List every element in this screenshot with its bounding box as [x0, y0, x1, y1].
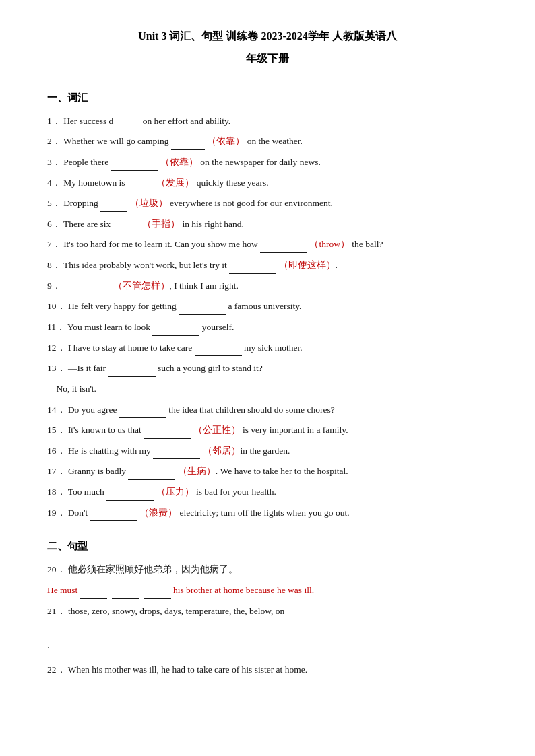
q13-num: 13．	[47, 363, 66, 373]
q18-hint: （压力）	[156, 487, 194, 497]
question-16: 16． He is chatting with my （邻居）in the ga…	[47, 442, 488, 460]
q10-blank[interactable]	[179, 304, 226, 315]
q7-text-before: It's too hard for me to learn it. Can yo…	[63, 239, 260, 249]
q6-blank[interactable]	[113, 221, 140, 232]
q8-hint: （即使这样）	[279, 260, 336, 270]
q4-blank[interactable]	[127, 180, 154, 191]
question-4: 4． My hometown is （发展） quickly these yea…	[47, 174, 488, 192]
question-7: 7． It's too hard for me to learn it. Can…	[47, 236, 488, 253]
q11-blank[interactable]	[152, 325, 199, 336]
question-13b: —No, it isn't.	[47, 380, 488, 398]
question-15: 15． It's known to us that （公正性） is very …	[47, 421, 488, 439]
q21-period: .	[47, 640, 50, 650]
q5-text-after: everywhere is not good for our environme…	[168, 198, 333, 208]
q18-text-after: is bad for your health.	[194, 487, 276, 497]
q19-text-before: Don't	[68, 508, 90, 518]
q4-text-after: quickly these years.	[194, 178, 268, 188]
q16-num: 16．	[47, 446, 66, 456]
q11-text-after: yourself.	[199, 322, 234, 332]
q1-num: 1．	[47, 116, 61, 126]
q4-num: 4．	[47, 178, 61, 188]
question-20-answer: He must his brother at home because he w…	[47, 582, 488, 599]
title-line1: Unit 3 词汇、句型 训练卷 2023-2024学年 人教版英语八	[47, 27, 488, 46]
q17-blank[interactable]	[128, 469, 175, 480]
q8-text-before: This idea probably won't work, but let's…	[63, 260, 229, 270]
q4-hint: （发展）	[156, 178, 194, 188]
q20-blank3[interactable]	[144, 588, 171, 599]
question-12: 12． I have to stay at home to take care …	[47, 339, 488, 357]
q16-text-after: in the garden.	[241, 446, 290, 456]
question-17: 17． Granny is badly （生病）. We have to tak…	[47, 462, 488, 480]
q9-num: 9．	[47, 281, 61, 291]
q12-text-before: I have to stay at home to take care	[68, 343, 195, 353]
section-vocab-title: 一、词汇	[47, 89, 488, 107]
q21-answer-line[interactable]	[47, 623, 236, 635]
q3-hint: （依靠）	[160, 157, 198, 167]
q21-text: those, zero, snowy, drops, days, tempera…	[68, 606, 284, 616]
q15-blank[interactable]	[144, 428, 191, 439]
q1-blank[interactable]	[113, 118, 140, 129]
q19-num: 19．	[47, 508, 66, 518]
q9-hint: （不管怎样）	[113, 281, 170, 291]
q16-text-before: He is chatting with my	[68, 446, 153, 456]
q5-blank[interactable]	[100, 201, 127, 212]
question-18: 18． Too much （压力） is bad for your health…	[47, 483, 488, 501]
question-8: 8． This idea probably won't work, but le…	[47, 256, 488, 274]
q3-blank[interactable]	[111, 160, 158, 171]
q10-text-before: He felt very happy for getting	[68, 301, 179, 311]
section-sentence-title: 二、句型	[47, 537, 488, 555]
q20-blank1[interactable]	[80, 588, 107, 599]
q18-num: 18．	[47, 487, 66, 497]
question-2: 2． Whether we will go camping （依靠） on th…	[47, 133, 488, 150]
q6-hint: （手指）	[142, 219, 180, 229]
q8-num: 8．	[47, 260, 61, 270]
q19-blank[interactable]	[90, 510, 137, 521]
q15-num: 15．	[47, 425, 66, 435]
q17-text-after: . We have to take her to the hospital.	[216, 466, 348, 476]
q21-num: 21．	[47, 606, 66, 616]
q13-text-before: —Is it fair	[68, 363, 108, 373]
question-22: 22． When his mother was ill, he had to t…	[47, 661, 488, 679]
q11-num: 11．	[47, 322, 65, 332]
q17-hint: （生病）	[178, 466, 216, 476]
q2-text-after: on the weather.	[245, 136, 302, 146]
q19-text-after: electricity; turn off the lights when yo…	[177, 508, 349, 518]
q15-text-after: is very important in a family.	[241, 425, 348, 435]
q13-text-after: such a young girl to stand it?	[156, 363, 263, 373]
q15-text-before: It's known to us that	[68, 425, 144, 435]
question-10: 10． He felt very happy for getting a fam…	[47, 298, 488, 315]
q3-num: 3．	[47, 157, 61, 167]
question-21: 21． those, zero, snowy, drops, days, tem…	[47, 603, 488, 620]
q14-num: 14．	[47, 405, 66, 415]
q16-hint: （邻居）	[203, 446, 241, 456]
q8-text-after: .	[336, 260, 338, 270]
question-9: 9． （不管怎样）, I think I am right.	[47, 277, 488, 295]
q12-blank[interactable]	[195, 345, 242, 356]
q7-blank[interactable]	[260, 242, 307, 253]
q7-num: 7．	[47, 239, 61, 249]
q5-hint: （垃圾）	[130, 198, 168, 208]
q7-text-after: the ball?	[350, 239, 383, 249]
q2-blank[interactable]	[171, 139, 205, 150]
q20-blank2[interactable]	[112, 588, 139, 599]
q17-text-before: Granny is badly	[68, 466, 129, 476]
q9-blank[interactable]	[63, 283, 111, 294]
question-6: 6． There are six （手指） in his right hand.	[47, 215, 488, 233]
q15-hint: （公正性）	[193, 425, 241, 435]
q5-text-before: Dropping	[63, 198, 100, 208]
question-14: 14． Do you agree the idea that children …	[47, 401, 488, 419]
q13-blank[interactable]	[108, 366, 156, 377]
q10-text-after: a famous university.	[226, 301, 301, 311]
q2-hint: （依靠）	[207, 136, 245, 146]
q18-blank[interactable]	[106, 490, 154, 501]
q18-text-before: Too much	[68, 487, 107, 497]
q19-hint: （浪费）	[139, 508, 177, 518]
q20-english-before: He must	[47, 585, 80, 595]
q17-num: 17．	[47, 466, 66, 476]
q14-blank[interactable]	[119, 407, 166, 418]
title-block: Unit 3 词汇、句型 训练卷 2023-2024学年 人教版英语八 年级下册	[47, 27, 488, 69]
question-19: 19． Don't （浪费） electricity; turn off the…	[47, 504, 488, 522]
q8-blank[interactable]	[229, 263, 276, 274]
q13b-text: —No, it isn't.	[47, 384, 96, 394]
q16-blank[interactable]	[153, 448, 200, 459]
